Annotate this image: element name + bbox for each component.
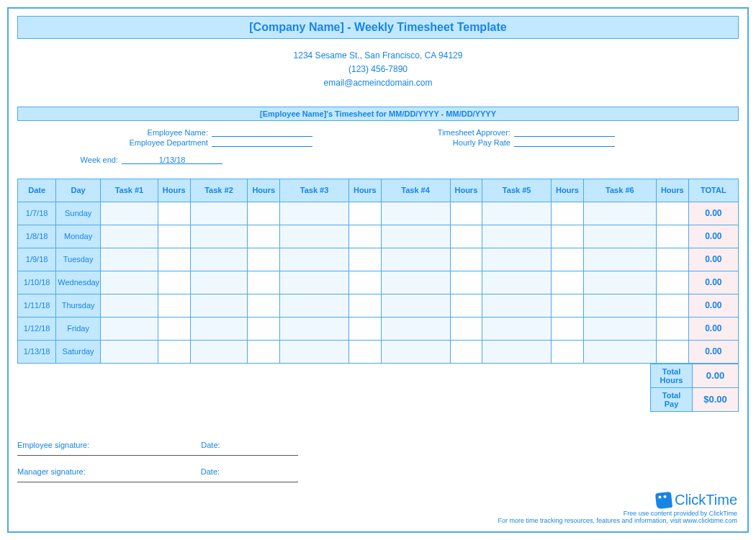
employee-name-field[interactable]: [212, 128, 312, 137]
cell-hours[interactable]: [656, 294, 688, 317]
cell-hours[interactable]: [450, 340, 482, 363]
cell-task[interactable]: [482, 317, 552, 340]
cell-task[interactable]: [583, 317, 656, 340]
cell-hours[interactable]: [552, 340, 584, 363]
cell-hours[interactable]: [158, 225, 190, 248]
cell-task[interactable]: [583, 294, 656, 317]
cell-hours[interactable]: [552, 271, 584, 294]
cell-hours[interactable]: [248, 340, 280, 363]
week-end-field[interactable]: 1/13/18: [122, 156, 222, 164]
cell-task[interactable]: [482, 294, 552, 317]
cell-task[interactable]: [381, 202, 450, 225]
cell-task[interactable]: [190, 340, 248, 363]
cell-task[interactable]: [100, 271, 158, 294]
cell-task[interactable]: [100, 294, 158, 317]
cell-hours[interactable]: [450, 317, 482, 340]
cell-hours[interactable]: [656, 202, 688, 225]
cell-hours[interactable]: [348, 248, 381, 271]
cell-hours[interactable]: [348, 317, 381, 340]
cell-hours[interactable]: [450, 294, 482, 317]
approver-label: Timesheet Approver:: [438, 128, 510, 137]
cell-day: Friday: [56, 317, 101, 340]
cell-task[interactable]: [280, 340, 349, 363]
employee-signature-line[interactable]: [17, 455, 298, 456]
cell-hours[interactable]: [158, 271, 190, 294]
cell-task[interactable]: [280, 248, 349, 271]
approver-field[interactable]: [514, 128, 615, 137]
header-row: Date Day Task #1 Hours Task #2 Hours Tas…: [18, 179, 739, 202]
cell-task[interactable]: [190, 317, 248, 340]
cell-task[interactable]: [381, 225, 450, 248]
manager-signature-line[interactable]: [17, 482, 298, 482]
cell-hours[interactable]: [248, 225, 280, 248]
hourly-rate-field[interactable]: [514, 138, 615, 147]
cell-task[interactable]: [190, 225, 248, 248]
cell-hours[interactable]: [248, 248, 280, 271]
cell-hours[interactable]: [158, 340, 190, 363]
cell-task[interactable]: [280, 202, 349, 225]
cell-hours[interactable]: [248, 317, 280, 340]
cell-task[interactable]: [381, 248, 450, 271]
cell-task[interactable]: [100, 317, 158, 340]
manager-signature-label: Manager signature:: [17, 467, 86, 476]
cell-task[interactable]: [482, 248, 552, 271]
employee-dept-label: Employee Department: [129, 138, 207, 147]
cell-task[interactable]: [100, 340, 158, 363]
cell-hours[interactable]: [450, 271, 482, 294]
cell-hours[interactable]: [656, 271, 688, 294]
cell-task[interactable]: [482, 225, 552, 248]
cell-task[interactable]: [280, 271, 349, 294]
cell-task[interactable]: [583, 248, 656, 271]
phone-line: (123) 456-7890: [17, 63, 739, 76]
cell-hours[interactable]: [552, 248, 584, 271]
cell-hours[interactable]: [656, 317, 688, 340]
cell-hours[interactable]: [552, 317, 584, 340]
cell-hours[interactable]: [158, 248, 190, 271]
cell-task[interactable]: [381, 317, 450, 340]
cell-hours[interactable]: [552, 294, 584, 317]
cell-task[interactable]: [280, 294, 349, 317]
cell-hours[interactable]: [450, 248, 482, 271]
cell-hours[interactable]: [348, 271, 381, 294]
cell-hours[interactable]: [348, 202, 381, 225]
cell-hours[interactable]: [552, 202, 584, 225]
cell-hours[interactable]: [158, 294, 190, 317]
cell-hours[interactable]: [656, 225, 688, 248]
cell-hours[interactable]: [348, 225, 381, 248]
cell-task[interactable]: [100, 202, 158, 225]
cell-task[interactable]: [381, 294, 450, 317]
cell-task[interactable]: [190, 202, 248, 225]
cell-task[interactable]: [381, 271, 450, 294]
cell-task[interactable]: [583, 202, 656, 225]
cell-hours[interactable]: [552, 225, 584, 248]
col-task5: Task #5: [482, 179, 552, 202]
cell-task[interactable]: [280, 317, 349, 340]
cell-task[interactable]: [583, 271, 656, 294]
cell-task[interactable]: [190, 294, 248, 317]
cell-hours[interactable]: [158, 202, 190, 225]
cell-hours[interactable]: [656, 248, 688, 271]
cell-hours[interactable]: [656, 340, 688, 363]
cell-hours[interactable]: [450, 202, 482, 225]
cell-hours[interactable]: [248, 294, 280, 317]
cell-hours[interactable]: [450, 225, 482, 248]
cell-task[interactable]: [482, 271, 552, 294]
cell-task[interactable]: [583, 225, 656, 248]
cell-task[interactable]: [100, 225, 158, 248]
employee-dept-field[interactable]: [212, 138, 312, 147]
cell-hours[interactable]: [348, 294, 381, 317]
cell-task[interactable]: [190, 248, 248, 271]
cell-hours[interactable]: [248, 271, 280, 294]
cell-date: 1/8/18: [18, 225, 56, 248]
cell-task[interactable]: [583, 340, 656, 363]
cell-hours[interactable]: [348, 340, 381, 363]
cell-task[interactable]: [100, 248, 158, 271]
col-day: Day: [56, 179, 101, 202]
cell-task[interactable]: [482, 202, 552, 225]
cell-task[interactable]: [381, 340, 450, 363]
cell-task[interactable]: [190, 271, 248, 294]
cell-task[interactable]: [280, 225, 349, 248]
cell-task[interactable]: [482, 340, 552, 363]
cell-hours[interactable]: [248, 202, 280, 225]
cell-hours[interactable]: [158, 317, 190, 340]
